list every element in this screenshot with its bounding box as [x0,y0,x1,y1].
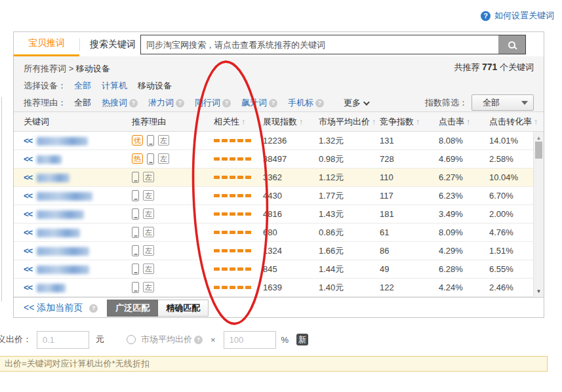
table-row[interactable]: <<左8451.44元496.28%6.55% [14,260,544,279]
reason-option[interactable]: 手机标? [288,97,324,109]
left-position-badge: 左 [143,190,154,201]
add-keyword-arrows[interactable]: << [24,209,32,219]
help-icon[interactable]: ? [176,99,184,108]
relevance-bar-segment [245,212,251,216]
table-row[interactable]: <<左48161.43元1813.49%2.00% [14,205,544,224]
help-icon[interactable]: ? [89,304,98,313]
table-row[interactable]: <<左33621.12元1106.27%10.04% [14,168,544,187]
reason-option[interactable]: 飙升词? [241,97,277,109]
relevance-bars [214,286,263,289]
relevance-bar-segment [237,249,243,252]
add-keyword-arrows[interactable]: << [24,227,32,237]
tab-item-recommend[interactable]: 宝贝推词 [14,32,79,56]
more-filters-toggle[interactable]: 更多 [344,97,368,109]
index-filter-select[interactable]: 全部 [472,94,534,111]
column-header[interactable]: 点击率↑ [439,116,489,128]
custom-bid-input[interactable] [37,331,89,349]
relevance-bars [214,176,263,179]
market-percent-input[interactable] [224,331,276,349]
table-row[interactable]: <<左44301.77元1176.23%6.70% [14,187,544,205]
help-icon[interactable]: ? [129,99,138,108]
add-keyword-arrows[interactable]: << [24,154,32,164]
impressions-cell: 4816 [263,209,319,219]
table-row[interactable]: <<左13241.66元864.29%1.51% [14,242,544,260]
keyword-cell: << [24,136,132,146]
exact-match-button[interactable]: 精确匹配 [158,300,209,317]
column-header[interactable]: 点击转化率↑ [489,116,544,128]
scroll-down-icon[interactable]: ▼ [534,288,544,294]
keyword-cell: << [24,209,132,219]
table-row[interactable]: <<热左384970.98元7284.69%2.58% [14,150,544,168]
keyword-search-input[interactable] [141,35,498,54]
sort-arrow-icon[interactable]: ↑ [299,117,303,127]
avg-price-cell: 0.98元 [319,153,380,165]
market-price-radio[interactable] [127,335,136,344]
sort-arrow-icon[interactable]: ↑ [241,117,245,127]
add-keyword-arrows[interactable]: << [24,246,32,256]
broad-match-button[interactable]: 广泛匹配 [107,300,158,317]
search-icon [508,41,515,49]
relevance-bar-segment [214,286,220,289]
column-header[interactable]: 竞争指数↑ [380,116,439,128]
device-option[interactable]: 移动设备 [138,80,172,92]
relevance-bar-segment [222,249,228,252]
left-position-badge: 左 [158,135,169,146]
help-icon[interactable]: ? [222,99,231,108]
reason-cell: 左 [132,245,214,256]
mobile-phone-icon [132,282,139,293]
sort-arrow-icon[interactable]: ↑ [416,117,420,127]
add-keyword-arrows[interactable]: << [24,264,32,274]
relevance-bar-segment [222,231,228,234]
add-keyword-arrows[interactable]: << [24,191,32,201]
device-option[interactable]: 计算机 [102,80,127,92]
relevance-bar-segment [245,286,251,289]
keyword-cell: << [24,283,132,292]
sort-arrow-icon[interactable]: ↑ [372,117,376,127]
relevance-bar-segment [230,249,235,252]
device-option[interactable]: 全部 [74,80,91,92]
reason-option[interactable]: 全部 [74,97,91,109]
add-keyword-arrows[interactable]: << [24,172,32,182]
column-header[interactable]: 展现指数↑ [263,116,319,128]
tab-search-keywords[interactable]: 搜索关键词 [80,32,146,56]
column-header[interactable]: 市场平均出价↑ [319,116,380,128]
add-keyword-arrows[interactable]: << [24,136,32,146]
help-icon[interactable]: ? [315,99,324,108]
relevance-bars [214,139,263,142]
reason-cell: 优左 [132,135,214,146]
help-link-label: 如何设置关键词 [494,10,554,22]
table-row[interactable]: <<左16391.40元1224.24%2.46% [14,279,544,297]
add-current-page-link[interactable]: << 添加当前页 [24,302,83,314]
chevron-down-icon [363,99,370,106]
help-icon[interactable]: ? [194,336,203,344]
keyword-cell: << [24,191,132,201]
breadcrumb[interactable]: 所有推荐词 > 移动设备 [24,63,110,75]
impressions-cell: 4430 [263,191,319,201]
reason-cell: 左 [132,208,214,220]
help-link[interactable]: ? 如何设置关键词 [481,10,554,22]
sort-arrow-icon[interactable]: ↑ [534,117,538,127]
reason-option[interactable]: 同行词? [195,97,231,109]
relevance-bar-segment [222,157,228,161]
percent-label: % [281,335,289,345]
table-scrollbar[interactable]: ▲ ▼ [533,132,544,297]
keyword-cell: << [24,172,132,182]
sort-arrow-icon[interactable]: ↑ [466,117,470,127]
column-header[interactable]: 相关性↑ [214,116,263,128]
scroll-up-icon[interactable]: ▲ [534,135,544,141]
search-button[interactable] [498,35,525,54]
add-keyword-arrows[interactable]: << [24,283,32,292]
scrollbar-thumb[interactable] [535,142,542,159]
reason-filter-label: 推荐理由： [24,97,66,109]
table-row[interactable]: <<优左122361.32元1318.08%14.01% [14,132,544,150]
table-row[interactable]: <<左6800.86元618.09%4.76% [14,224,544,242]
impressions-cell: 1639 [263,283,319,292]
keyword-panel: 宝贝推词 搜索关键词 所有推荐词 > 移动设备 共推荐 771 个关键词 选择设… [13,31,544,318]
help-icon[interactable]: ? [269,99,277,108]
competition-cell: 181 [380,209,439,219]
reason-option[interactable]: 潜力词? [148,97,184,109]
relevance-bar-segment [214,231,220,234]
mobile-phone-icon [132,208,139,220]
reason-option[interactable]: 热搜词? [102,97,138,109]
relevance-bar-segment [222,212,228,216]
